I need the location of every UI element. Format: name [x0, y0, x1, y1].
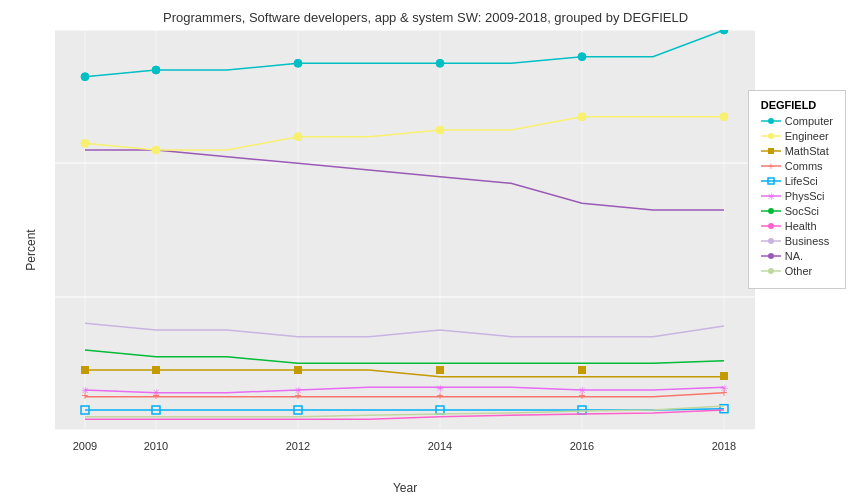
svg-point-49 [578, 113, 586, 121]
svg-point-47 [294, 133, 302, 141]
svg-text:+: + [578, 389, 585, 403]
svg-text:✳: ✳ [767, 191, 775, 202]
svg-text:2009: 2009 [73, 440, 97, 452]
svg-point-45 [81, 139, 89, 147]
svg-point-48 [436, 126, 444, 134]
legend-label-engineer: Engineer [785, 130, 829, 142]
legend-label-physsci: PhysSci [785, 190, 825, 202]
chart-title: Programmers, Software developers, app & … [0, 0, 851, 25]
legend-item-na: NA. [761, 250, 833, 262]
comms-icon: + [761, 160, 781, 172]
legend-box: DEGFIELD Computer Engineer MathStat + Co… [748, 90, 846, 289]
na-icon [761, 250, 781, 262]
svg-point-46 [152, 146, 160, 154]
legend-label-na: NA. [785, 250, 803, 262]
computer-icon [761, 115, 781, 127]
chart-svg: 0 10 20 30 2009 2010 2012 2014 2016 2018 [55, 30, 755, 460]
legend-item-socsci: SocSci [761, 205, 833, 217]
svg-point-53 [294, 59, 302, 67]
legend-item-other: Other [761, 265, 833, 277]
svg-text:+: + [294, 389, 301, 403]
svg-rect-25 [578, 366, 586, 374]
legend-label-other: Other [785, 265, 813, 277]
svg-point-74 [768, 238, 774, 244]
svg-rect-24 [436, 366, 444, 374]
svg-rect-21 [81, 366, 89, 374]
svg-rect-26 [720, 372, 728, 380]
mathstat-icon [761, 145, 781, 157]
health-icon [761, 220, 781, 232]
svg-text:+: + [720, 386, 727, 400]
svg-point-78 [768, 268, 774, 274]
svg-point-52 [152, 66, 160, 74]
legend-label-health: Health [785, 220, 817, 232]
svg-text:2012: 2012 [286, 440, 310, 452]
lifesci-icon [761, 175, 781, 187]
legend-item-business: Business [761, 235, 833, 247]
legend-item-physsci: ✳ PhysSci [761, 190, 833, 202]
svg-rect-23 [294, 366, 302, 374]
svg-text:+: + [768, 161, 774, 172]
legend-label-mathstat: MathStat [785, 145, 829, 157]
legend-item-lifesci: LifeSci [761, 175, 833, 187]
svg-text:2016: 2016 [570, 440, 594, 452]
socsci-icon [761, 205, 781, 217]
svg-rect-22 [152, 366, 160, 374]
legend-item-comms: + Comms [761, 160, 833, 172]
svg-text:2010: 2010 [144, 440, 168, 452]
x-axis-label: Year [55, 481, 755, 495]
svg-text:+: + [436, 389, 443, 403]
svg-point-60 [768, 133, 774, 139]
svg-point-58 [768, 118, 774, 124]
chart-container: Programmers, Software developers, app & … [0, 0, 851, 500]
svg-text:+: + [81, 389, 88, 403]
legend-label-business: Business [785, 235, 830, 247]
y-axis-label: Percent [24, 229, 38, 270]
svg-text:2014: 2014 [428, 440, 452, 452]
legend-label-lifesci: LifeSci [785, 175, 818, 187]
legend-label-socsci: SocSci [785, 205, 819, 217]
svg-point-54 [436, 59, 444, 67]
other-icon [761, 265, 781, 277]
svg-rect-62 [768, 148, 774, 154]
legend-item-health: Health [761, 220, 833, 232]
legend-label-comms: Comms [785, 160, 823, 172]
svg-point-70 [768, 208, 774, 214]
svg-point-56 [720, 30, 728, 34]
legend-item-computer: Computer [761, 115, 833, 127]
legend-item-engineer: Engineer [761, 130, 833, 142]
svg-point-76 [768, 253, 774, 259]
svg-point-72 [768, 223, 774, 229]
svg-point-55 [578, 53, 586, 61]
engineer-icon [761, 130, 781, 142]
svg-point-51 [81, 73, 89, 81]
svg-point-50 [720, 113, 728, 121]
physsci-icon: ✳ [761, 190, 781, 202]
business-icon [761, 235, 781, 247]
svg-text:+: + [152, 389, 159, 403]
legend-title: DEGFIELD [761, 99, 833, 111]
legend-label-computer: Computer [785, 115, 833, 127]
legend-item-mathstat: MathStat [761, 145, 833, 157]
svg-text:2018: 2018 [712, 440, 736, 452]
